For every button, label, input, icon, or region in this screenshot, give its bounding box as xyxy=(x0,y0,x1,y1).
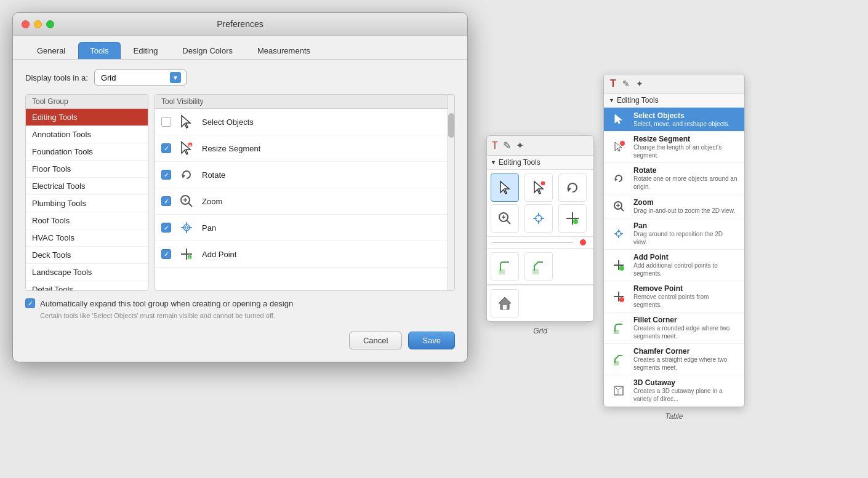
table-row-fillet[interactable]: Fillet Corner Creates a rounded edge whe… xyxy=(604,313,744,344)
grid-tools-grid-2 xyxy=(487,249,593,285)
tool-group-annotation-tools[interactable]: Annotation Tools xyxy=(26,126,148,143)
maximize-button[interactable] xyxy=(46,20,54,28)
svg-marker-33 xyxy=(614,178,617,181)
tool-group-landscape-tools[interactable]: Landscape Tools xyxy=(26,264,148,281)
tool-group-hvac-tools[interactable]: HVAC Tools xyxy=(26,229,148,247)
svg-text:+: + xyxy=(188,255,191,261)
tool-name-rotate: Rotate xyxy=(202,170,225,180)
grid-cell-chamfer[interactable] xyxy=(524,252,553,281)
bottom-section: Automatically expand this tool group whe… xyxy=(25,298,455,319)
window-controls xyxy=(22,20,54,28)
table-row-3d-cutaway[interactable]: 3D Cutaway Creates a 3D cutaway plane in… xyxy=(604,375,744,407)
table-tool-addpoint-info: Add Point Add additional control points … xyxy=(633,253,738,277)
save-button[interactable]: Save xyxy=(408,332,455,349)
table-row-chamfer[interactable]: Chamfer Corner Creates a straight edge w… xyxy=(604,344,744,375)
tool-vis-rotate[interactable]: Rotate xyxy=(155,162,448,188)
table-tool-fillet-desc: Creates a rounded edge where two segment… xyxy=(633,324,738,340)
grid-cell-resize[interactable] xyxy=(524,173,553,202)
tool-vis-add-point[interactable]: + Add Point xyxy=(155,241,448,268)
table-row-remove-point[interactable]: Remove Point Remove control points from … xyxy=(604,281,744,313)
svg-point-44 xyxy=(619,297,624,302)
checkbox-select-objects[interactable] xyxy=(161,117,171,127)
panels-row: Tool Group Editing Tools Annotation Tool… xyxy=(25,94,455,291)
checkbox-rotate[interactable] xyxy=(161,170,171,180)
grid-cell-cursor[interactable] xyxy=(491,173,519,202)
table-row-add-point[interactable]: Add Point Add additional control points … xyxy=(604,250,744,281)
table-editing-tools-label: Editing Tools xyxy=(617,96,659,105)
tool-vis-resize-segment[interactable]: + Resize Segment xyxy=(155,135,448,162)
table-row-rotate[interactable]: Rotate Rotate one or more objects around… xyxy=(604,163,744,194)
window-title: Preferences xyxy=(217,19,263,29)
tool-group-header: Tool Group xyxy=(26,95,148,109)
text-tool-icon: T xyxy=(492,140,498,151)
tool-group-plumbing-tools[interactable]: Plumbing Tools xyxy=(26,195,148,212)
table-tool-3dcutaway-name: 3D Cutaway xyxy=(633,378,738,387)
display-tools-dropdown[interactable]: Grid ▼ xyxy=(94,70,187,86)
grid-cell-empty xyxy=(558,252,587,281)
tool-vis-select-objects[interactable]: Select Objects xyxy=(155,109,448,135)
add-point-icon: + xyxy=(177,245,196,263)
table-tool-addpoint-name: Add Point xyxy=(633,253,738,261)
table-brush-icon: ✎ xyxy=(622,79,630,89)
tool-vis-zoom[interactable]: Zoom xyxy=(155,188,448,215)
tab-measurements[interactable]: Measurements xyxy=(246,42,322,59)
tool-group-detail-tools[interactable]: Detail Tools xyxy=(26,281,148,291)
table-resize-icon xyxy=(610,138,627,156)
checkbox-zoom[interactable] xyxy=(161,196,171,206)
table-3d-cutaway-icon xyxy=(610,382,627,399)
tab-bar: General Tools Editing Design Colors Meas… xyxy=(13,36,467,60)
grid-cell-rotate[interactable] xyxy=(558,173,587,202)
table-tool-pan-info: Pan Drag around to reposition the 2D vie… xyxy=(633,221,738,246)
cancel-button[interactable]: Cancel xyxy=(349,332,402,349)
table-row-pan[interactable]: Pan Drag around to reposition the 2D vie… xyxy=(604,218,744,250)
table-tool-addpoint-desc: Add additional control points to segment… xyxy=(633,261,738,277)
grid-cell-fillet[interactable] xyxy=(491,252,519,281)
grid-icon: ✦ xyxy=(516,140,524,151)
table-chamfer-icon xyxy=(610,351,627,368)
tool-group-electrical-tools[interactable]: Electrical Tools xyxy=(26,178,148,195)
tab-general[interactable]: General xyxy=(25,42,77,59)
tool-group-deck-tools[interactable]: Deck Tools xyxy=(26,247,148,264)
tool-name-add-point: Add Point xyxy=(202,250,236,259)
scrollbar[interactable] xyxy=(448,94,455,291)
tool-group-foundation-tools[interactable]: Foundation Tools xyxy=(26,143,148,161)
tab-editing[interactable]: Editing xyxy=(122,42,170,59)
table-row-resize-segment[interactable]: Resize Segment Change the length of an o… xyxy=(604,132,744,163)
svg-point-32 xyxy=(620,141,625,146)
checkbox-pan[interactable] xyxy=(161,223,171,233)
svg-marker-0 xyxy=(182,116,190,128)
table-triangle-icon: ▼ xyxy=(609,97,614,103)
svg-rect-26 xyxy=(499,269,505,274)
table-row-zoom[interactable]: Zoom Drag in-and-out to zoom the 2D view… xyxy=(604,194,744,218)
table-add-point-icon xyxy=(610,257,627,274)
tool-vis-pan[interactable]: Pan xyxy=(155,215,448,241)
svg-rect-29 xyxy=(503,305,507,309)
grid-cell-addpoint[interactable] xyxy=(558,204,587,233)
table-tool-chamfer-info: Chamfer Corner Creates a straight edge w… xyxy=(633,347,738,372)
tab-tools[interactable]: Tools xyxy=(78,42,120,59)
close-button[interactable] xyxy=(22,20,30,28)
svg-marker-30 xyxy=(615,114,622,124)
tool-visibility-panel: Tool Visibility Select Objects xyxy=(155,94,449,291)
tool-group-editing-tools[interactable]: Editing Tools xyxy=(26,109,148,126)
checkbox-resize-segment[interactable] xyxy=(161,143,171,153)
svg-rect-46 xyxy=(614,361,619,365)
minimize-button[interactable] xyxy=(34,20,42,28)
table-row-select-objects[interactable]: Select Objects Select, move, and reshape… xyxy=(604,108,744,132)
table-fillet-icon xyxy=(610,319,627,337)
table-tool-zoom-info: Zoom Drag in-and-out to zoom the 2D view… xyxy=(633,198,738,215)
grid-cell-zoom[interactable] xyxy=(491,204,519,233)
checkbox-add-point[interactable] xyxy=(161,249,171,259)
tab-design-colors[interactable]: Design Colors xyxy=(171,42,244,59)
tool-group-floor-tools[interactable]: Floor Tools xyxy=(26,161,148,178)
auto-expand-checkbox[interactable] xyxy=(25,298,35,308)
svg-line-19 xyxy=(507,220,510,224)
grid-panel-header: T ✎ ✦ xyxy=(487,136,593,156)
tool-group-roof-tools[interactable]: Roof Tools xyxy=(26,212,148,229)
table-panel: T ✎ ✦ ▼ Editing Tools Select xyxy=(603,74,745,407)
table-tool-pan-desc: Drag around to reposition the 2D view. xyxy=(633,230,738,246)
grid-cell-house[interactable] xyxy=(491,289,519,317)
grid-cell-pan[interactable] xyxy=(524,204,553,233)
svg-point-41 xyxy=(619,266,624,271)
svg-point-25 xyxy=(573,219,578,224)
